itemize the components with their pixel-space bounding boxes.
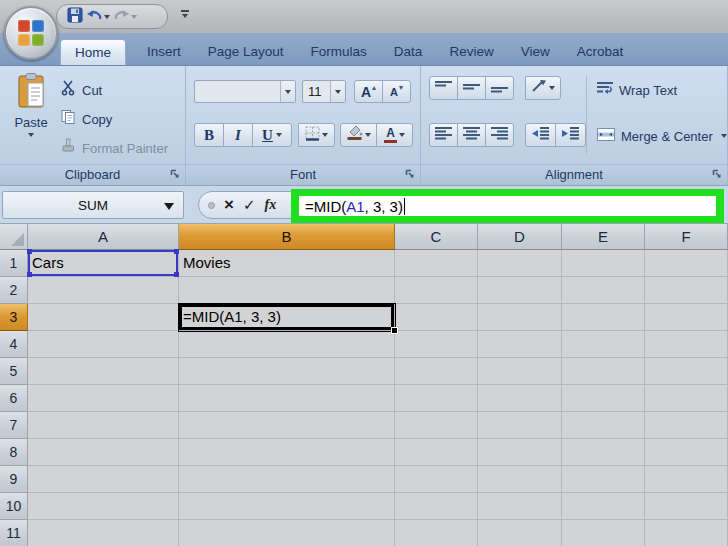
cell-E7[interactable] bbox=[562, 412, 645, 439]
cell-F4[interactable] bbox=[645, 331, 728, 358]
row-header-7[interactable]: 7 bbox=[0, 412, 28, 439]
borders-button[interactable] bbox=[298, 123, 335, 147]
borders-dropdown-icon[interactable] bbox=[322, 133, 328, 137]
cell-E10[interactable] bbox=[562, 493, 645, 520]
cell-C8[interactable] bbox=[395, 439, 478, 466]
fill-handle[interactable] bbox=[391, 327, 398, 334]
row-header-10[interactable]: 10 bbox=[0, 493, 28, 520]
column-header-F[interactable]: F bbox=[645, 224, 728, 250]
cell-F5[interactable] bbox=[645, 358, 728, 385]
cell-A9[interactable] bbox=[28, 466, 179, 493]
cell-F9[interactable] bbox=[645, 466, 728, 493]
cell-B11[interactable] bbox=[179, 520, 395, 546]
cell-D8[interactable] bbox=[478, 439, 562, 466]
cell-B4[interactable] bbox=[179, 331, 395, 358]
font-name-combobox[interactable] bbox=[194, 80, 296, 103]
fill-color-dropdown-icon[interactable] bbox=[365, 133, 371, 137]
office-button[interactable] bbox=[4, 6, 58, 60]
save-button[interactable] bbox=[67, 7, 83, 27]
cell-A3[interactable] bbox=[28, 304, 179, 331]
row-header-1[interactable]: 1 bbox=[0, 250, 28, 277]
cancel-button[interactable]: × bbox=[224, 196, 234, 213]
row-header-5[interactable]: 5 bbox=[0, 358, 28, 385]
cell-E6[interactable] bbox=[562, 385, 645, 412]
clipboard-dialog-launcher[interactable] bbox=[168, 168, 182, 182]
cell-A11[interactable] bbox=[28, 520, 179, 546]
cell-F11[interactable] bbox=[645, 520, 728, 546]
row-header-6[interactable]: 6 bbox=[0, 385, 28, 412]
tab-home[interactable]: Home bbox=[60, 39, 126, 65]
tab-formulas[interactable]: Formulas bbox=[305, 39, 373, 65]
cell-E5[interactable] bbox=[562, 358, 645, 385]
cell-C5[interactable] bbox=[395, 358, 478, 385]
tab-data[interactable]: Data bbox=[388, 39, 429, 65]
cell-A10[interactable] bbox=[28, 493, 179, 520]
increase-indent-button[interactable] bbox=[555, 123, 586, 147]
align-top-button[interactable] bbox=[429, 76, 458, 100]
cell-F10[interactable] bbox=[645, 493, 728, 520]
tab-view[interactable]: View bbox=[515, 39, 556, 65]
cell-B1[interactable]: Movies bbox=[179, 250, 395, 277]
tab-page-layout[interactable]: Page Layout bbox=[202, 39, 290, 65]
cell-F8[interactable] bbox=[645, 439, 728, 466]
align-bottom-button[interactable] bbox=[485, 76, 514, 100]
cell-A4[interactable] bbox=[28, 331, 179, 358]
column-header-E[interactable]: E bbox=[562, 224, 645, 250]
cell-E2[interactable] bbox=[562, 277, 645, 304]
cell-D9[interactable] bbox=[478, 466, 562, 493]
cell-D5[interactable] bbox=[478, 358, 562, 385]
cell-D6[interactable] bbox=[478, 385, 562, 412]
cell-C7[interactable] bbox=[395, 412, 478, 439]
row-header-2[interactable]: 2 bbox=[0, 277, 28, 304]
cell-B9[interactable] bbox=[179, 466, 395, 493]
cell-D1[interactable] bbox=[478, 250, 562, 277]
decrease-indent-button[interactable] bbox=[525, 123, 556, 147]
cell-A5[interactable] bbox=[28, 358, 179, 385]
cell-F1[interactable] bbox=[645, 250, 728, 277]
underline-dropdown-icon[interactable] bbox=[276, 133, 282, 137]
orientation-dropdown-icon[interactable] bbox=[549, 86, 555, 90]
font-color-dropdown-icon[interactable] bbox=[399, 133, 405, 137]
cell-C4[interactable] bbox=[395, 331, 478, 358]
cell-C6[interactable] bbox=[395, 385, 478, 412]
row-header-4[interactable]: 4 bbox=[0, 331, 28, 358]
cell-B10[interactable] bbox=[179, 493, 395, 520]
cell-E9[interactable] bbox=[562, 466, 645, 493]
column-header-C[interactable]: C bbox=[395, 224, 478, 250]
cell-E1[interactable] bbox=[562, 250, 645, 277]
font-size-dropdown[interactable] bbox=[330, 81, 345, 102]
cell-B6[interactable] bbox=[179, 385, 395, 412]
align-middle-button[interactable] bbox=[457, 76, 486, 100]
cell-C11[interactable] bbox=[395, 520, 478, 546]
cell-D3[interactable] bbox=[478, 304, 562, 331]
cell-D10[interactable] bbox=[478, 493, 562, 520]
cell-C2[interactable] bbox=[395, 277, 478, 304]
bold-button[interactable]: B bbox=[194, 123, 224, 147]
cell-F6[interactable] bbox=[645, 385, 728, 412]
cell-B7[interactable] bbox=[179, 412, 395, 439]
alignment-dialog-launcher[interactable] bbox=[710, 168, 724, 182]
paste-button[interactable]: Paste bbox=[7, 73, 55, 161]
cell-E4[interactable] bbox=[562, 331, 645, 358]
row-header-9[interactable]: 9 bbox=[0, 466, 28, 493]
tab-review[interactable]: Review bbox=[443, 39, 499, 65]
column-header-B[interactable]: B bbox=[179, 224, 395, 250]
undo-button[interactable] bbox=[86, 7, 110, 26]
column-header-D[interactable]: D bbox=[478, 224, 562, 250]
font-color-button[interactable]: A bbox=[376, 123, 413, 147]
cell-F2[interactable] bbox=[645, 277, 728, 304]
name-box[interactable]: SUM bbox=[2, 191, 184, 219]
name-box-dropdown-icon[interactable] bbox=[164, 203, 174, 210]
cell-E3[interactable] bbox=[562, 304, 645, 331]
cell-B2[interactable] bbox=[179, 277, 395, 304]
column-header-A[interactable]: A bbox=[28, 224, 179, 250]
cell-D4[interactable] bbox=[478, 331, 562, 358]
tab-acrobat[interactable]: Acrobat bbox=[571, 39, 630, 65]
merge-center-button[interactable]: Merge & Center bbox=[597, 127, 727, 145]
tab-insert[interactable]: Insert bbox=[141, 39, 187, 65]
font-size-combobox[interactable]: 11 bbox=[302, 80, 346, 103]
wrap-text-button[interactable]: Wrap Text bbox=[597, 81, 677, 99]
redo-button[interactable] bbox=[113, 7, 137, 26]
shrink-font-button[interactable]: A▾ bbox=[382, 80, 411, 103]
cell-C3[interactable] bbox=[395, 304, 478, 331]
